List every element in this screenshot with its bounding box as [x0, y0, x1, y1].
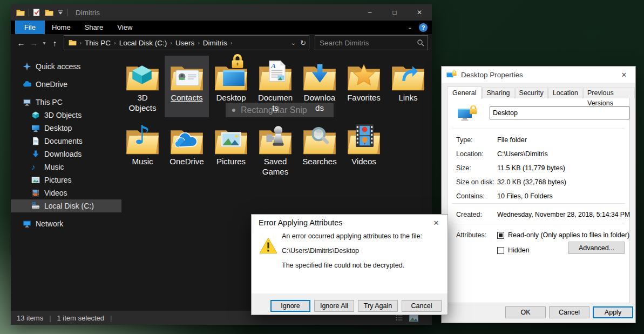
- back-button[interactable]: ←: [15, 38, 28, 48]
- minimize-button[interactable]: –: [357, 4, 382, 21]
- tab-previous-versions[interactable]: Previous Versions: [583, 88, 635, 98]
- error-titlebar: Error Applying Attributes ✕: [252, 215, 448, 231]
- cloud-icon: [23, 80, 31, 89]
- drive-icon: [31, 202, 40, 210]
- created-row: Created:Wednesday, November 28, 2018, 5:…: [456, 211, 625, 218]
- ribbon-tab-file[interactable]: File: [15, 21, 45, 34]
- thumbnail-view-icon[interactable]: [409, 314, 418, 322]
- close-button[interactable]: ✕: [407, 4, 432, 21]
- sidebar-item-videos[interactable]: Videos: [11, 186, 121, 199]
- new-folder-icon[interactable]: [45, 9, 53, 16]
- folder-searches[interactable]: Searches: [297, 119, 342, 181]
- explorer-titlebar: Dimitris – □ ✕: [11, 4, 432, 21]
- sidebar-item-music[interactable]: ♪Music: [11, 161, 121, 173]
- sidebar-item-local-disk-c[interactable]: Local Disk (C:): [11, 199, 121, 212]
- readonly-checkbox[interactable]: [497, 232, 504, 239]
- folder-downloads[interactable]: Downloa ds: [297, 56, 342, 117]
- sidebar-item-label: Pictures: [44, 176, 72, 184]
- folder-videos[interactable]: Videos: [342, 119, 386, 181]
- cancel-button[interactable]: Cancel: [549, 306, 589, 318]
- breadcrumb-segment-local-disk-c[interactable]: Local Disk (C:): [117, 39, 170, 47]
- folder-pictures[interactable]: Pictures: [209, 119, 253, 181]
- refresh-icon[interactable]: ↻: [300, 39, 306, 47]
- folder-desktop[interactable]: Desktop: [209, 56, 253, 117]
- sidebar-item-quick-access[interactable]: Quick access: [11, 60, 121, 73]
- recent-locations-chevron-icon[interactable]: ▾: [40, 40, 49, 46]
- breadcrumb-segment-this-pc[interactable]: This PC: [83, 39, 113, 47]
- forward-button[interactable]: →: [28, 38, 40, 48]
- folder-icon: [170, 122, 204, 155]
- ok-button[interactable]: OK: [505, 306, 546, 318]
- hidden-checkbox[interactable]: [497, 247, 504, 254]
- tab-location[interactable]: Location: [548, 88, 582, 98]
- folder-icon: [302, 122, 337, 155]
- folder-onedrive[interactable]: OneDrive: [165, 119, 209, 181]
- folder-3d-objects[interactable]: 3D Objects: [120, 56, 165, 117]
- ignore-all-button[interactable]: Ignore All: [314, 300, 354, 312]
- star-icon: [23, 62, 31, 71]
- breadcrumb-segment-users[interactable]: Users: [173, 39, 196, 47]
- ribbon-tab-home[interactable]: Home: [45, 21, 78, 34]
- ignore-button[interactable]: Ignore: [270, 300, 310, 312]
- expand-ribbon-chevron-icon[interactable]: ⌄: [408, 24, 412, 31]
- ribbon-tab-view[interactable]: View: [110, 21, 139, 34]
- search-input[interactable]: [315, 39, 417, 47]
- maximize-button[interactable]: □: [382, 4, 407, 21]
- close-icon[interactable]: ✕: [613, 66, 635, 83]
- close-icon[interactable]: ✕: [425, 215, 448, 231]
- search-icon[interactable]: [417, 39, 424, 46]
- divider: [452, 203, 625, 204]
- folder-documents[interactable]: ADocumen ts: [253, 56, 297, 117]
- folder-label: Links: [398, 92, 417, 103]
- sidebar-item-label: Videos: [44, 189, 67, 197]
- folder-label: Desktop: [216, 92, 246, 103]
- folder-icon: [125, 58, 160, 91]
- try-again-button[interactable]: Try Again: [358, 300, 398, 312]
- divider: [452, 129, 625, 129]
- property-row-type: Type:File folder: [456, 136, 625, 144]
- breadcrumb-bar[interactable]: › This PC›Local Disk (C:)›Users›Dimitris…: [64, 35, 309, 50]
- ribbon-tab-share[interactable]: Share: [78, 21, 111, 34]
- sidebar-item-desktop[interactable]: Desktop: [11, 122, 121, 135]
- address-dropdown-chevron-icon[interactable]: ⌄: [291, 39, 296, 46]
- folder-saved-games[interactable]: Saved Games: [253, 119, 297, 181]
- folder-label: Documen ts: [258, 92, 293, 113]
- search-box: [315, 35, 428, 50]
- cube-icon: [31, 111, 40, 119]
- sidebar-item-onedrive[interactable]: OneDrive: [11, 78, 121, 91]
- sidebar-item-network[interactable]: Network: [11, 217, 121, 230]
- folder-contacts[interactable]: Contacts: [165, 56, 209, 117]
- folder-links[interactable]: Links: [386, 56, 430, 117]
- folder-icon: ♪: [125, 122, 160, 155]
- tab-security[interactable]: Security: [515, 88, 548, 98]
- folder-label: Saved Games: [262, 156, 288, 177]
- general-tab-page: Type:File folderLocation:C:\Users\Dimitr…: [447, 98, 630, 303]
- sidebar-item-documents[interactable]: Documents: [11, 135, 121, 148]
- music-icon: ♪: [31, 163, 40, 171]
- apply-button[interactable]: Apply: [593, 306, 633, 318]
- sidebar-item-downloads[interactable]: Downloads: [11, 148, 121, 161]
- sidebar-item-this-pc[interactable]: This PC: [11, 96, 121, 109]
- details-view-icon[interactable]: [396, 315, 403, 321]
- sidebar-item-pictures[interactable]: Pictures: [11, 173, 121, 186]
- monitor-icon: [23, 98, 31, 106]
- folder-label: Favorites: [347, 92, 381, 103]
- sidebar-item-label: Quick access: [36, 62, 80, 71]
- up-button[interactable]: ↑: [49, 38, 62, 48]
- sidebar-item-label: OneDrive: [36, 80, 67, 89]
- sidebar-item-3d-objects[interactable]: 3D Objects: [11, 109, 121, 122]
- properties-shortcut-icon[interactable]: [33, 9, 40, 16]
- tab-sharing[interactable]: Sharing: [482, 88, 514, 98]
- cancel-button[interactable]: Cancel: [402, 300, 442, 312]
- folder-music[interactable]: ♪Music: [120, 119, 165, 181]
- advanced-button[interactable]: Advanced...: [568, 242, 625, 254]
- sidebar-item-label: 3D Objects: [44, 111, 82, 119]
- folder-label: OneDrive: [170, 156, 204, 166]
- folder-favorites[interactable]: Favorites: [342, 56, 386, 117]
- breadcrumb-segment-dimitris[interactable]: Dimitris: [201, 39, 229, 47]
- svg-text:A: A: [270, 62, 276, 70]
- sidebar-item-label: Desktop: [44, 124, 72, 132]
- customize-qat-chevron-icon[interactable]: [58, 10, 63, 15]
- tab-general[interactable]: General: [447, 86, 482, 99]
- help-icon[interactable]: ?: [419, 23, 428, 32]
